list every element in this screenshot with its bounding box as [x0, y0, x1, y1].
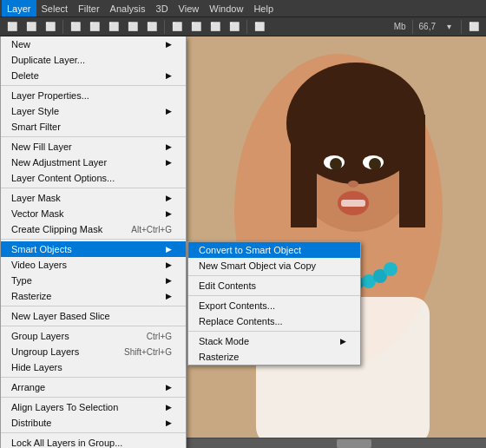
- menu-item-video-layers[interactable]: Video Layers ▶: [1, 257, 186, 273]
- smart-objects-container: Smart Objects ▶ Convert to Smart Object …: [1, 241, 186, 257]
- menu-analysis[interactable]: Analysis: [105, 0, 151, 16]
- svg-point-19: [384, 262, 397, 276]
- menu-view[interactable]: View: [174, 0, 205, 16]
- svg-point-9: [369, 158, 381, 170]
- menu-item-duplicate[interactable]: Duplicate Layer...: [1, 52, 186, 68]
- menu-item-ungroup-layers[interactable]: Ungroup Layers Shift+Ctrl+G: [1, 344, 186, 359]
- submenu-arrow-so: ▶: [166, 245, 172, 254]
- menu-3d[interactable]: 3D: [151, 0, 174, 16]
- toolbar-icon-extra[interactable]: ⬜: [251, 19, 268, 35]
- submenu-arrow-lm: ▶: [166, 194, 172, 202]
- submenu-arrow-type: ▶: [166, 276, 172, 285]
- menu-item-align-layers[interactable]: Align Layers To Selection ▶: [1, 399, 186, 415]
- menu-item-lock-all[interactable]: Lock All Layers in Group...: [1, 435, 186, 448]
- sep-9: [1, 432, 186, 433]
- mb-indicator: Mb: [391, 22, 409, 31]
- toolbar-align-2[interactable]: ⬜: [86, 19, 103, 35]
- menu-window[interactable]: Window: [204, 0, 248, 16]
- submenu-arrow-arrange: ▶: [166, 383, 172, 392]
- smart-objects-submenu: Convert to Smart Object New Smart Object…: [187, 241, 361, 366]
- menu-item-rasterize[interactable]: Rasterize ▶: [1, 288, 186, 304]
- toolbar-dist-3[interactable]: ⬜: [207, 19, 224, 35]
- sep-3: [1, 188, 186, 188]
- scroll-thumb[interactable]: [337, 439, 371, 448]
- menu-item-smart-filter[interactable]: Smart Filter: [1, 119, 186, 135]
- menu-item-new-layer-based-slice[interactable]: New Layer Based Slice: [1, 308, 186, 324]
- view-toggle[interactable]: ⬜: [465, 19, 483, 35]
- toolbar-sep-5: [461, 20, 462, 34]
- svg-rect-5: [399, 115, 425, 227]
- toolbar-sep-1: [62, 20, 63, 34]
- menu-bar: Layer Select Filter Analysis 3D View Win…: [0, 0, 486, 17]
- menu-item-arrange[interactable]: Arrange ▶: [1, 379, 186, 395]
- submenu-item-stack-mode[interactable]: Stack Mode ▶: [188, 333, 360, 349]
- toolbar-icon-2[interactable]: ⬜: [23, 19, 40, 35]
- sep-2: [1, 136, 186, 137]
- svg-point-10: [348, 181, 358, 188]
- toolbar-sep-2: [164, 20, 165, 34]
- submenu-item-new-smart-copy[interactable]: New Smart Object via Copy: [188, 258, 360, 273]
- toolbar-icon-3[interactable]: ⬜: [42, 19, 59, 35]
- menu-item-layer-style[interactable]: Layer Style ▶: [1, 103, 186, 119]
- submenu-item-rasterize[interactable]: Rasterize: [188, 349, 360, 365]
- menu-item-smart-objects[interactable]: Smart Objects ▶: [1, 241, 186, 257]
- submenu-arrow-delete: ▶: [166, 71, 172, 80]
- toolbar-dist-2[interactable]: ⬜: [187, 19, 205, 35]
- toolbar-align-1[interactable]: ⬜: [67, 19, 84, 35]
- menu-layer[interactable]: Layer: [2, 0, 36, 16]
- toolbar-align-5[interactable]: ⬜: [143, 19, 161, 35]
- photo-image: [187, 36, 486, 438]
- menu-item-new[interactable]: New ▶: [1, 36, 186, 52]
- submenu-item-export[interactable]: Export Contents...: [188, 298, 360, 313]
- zoom-dropdown[interactable]: ▾: [440, 19, 457, 35]
- submenu-arrow-rast: ▶: [166, 292, 172, 300]
- submenu-arrow-adj: ▶: [166, 158, 172, 167]
- submenu-arrow-dist: ▶: [166, 418, 172, 427]
- toolbar-sep-4: [412, 20, 413, 34]
- toolbar-dist-1[interactable]: ⬜: [168, 19, 186, 35]
- menu-help[interactable]: Help: [248, 0, 279, 16]
- horizontal-scrollbar[interactable]: [187, 438, 486, 448]
- toolbar-align-4[interactable]: ⬜: [124, 19, 141, 35]
- zoom-level: 66,7: [417, 22, 438, 31]
- svg-point-8: [330, 158, 342, 170]
- submenu-arrow-fill: ▶: [166, 142, 172, 151]
- menu-item-delete[interactable]: Delete ▶: [1, 68, 186, 83]
- sub-sep-3: [188, 331, 360, 332]
- submenu-item-convert[interactable]: Convert to Smart Object: [188, 242, 360, 258]
- sep-8: [1, 397, 186, 398]
- submenu-item-edit-contents[interactable]: Edit Contents: [188, 278, 360, 293]
- sep-5: [1, 306, 186, 306]
- submenu-item-replace[interactable]: Replace Contents...: [188, 313, 360, 329]
- sub-sep-2: [188, 295, 360, 296]
- menu-item-distribute[interactable]: Distribute ▶: [1, 415, 186, 431]
- submenu-arrow-align: ▶: [166, 403, 172, 412]
- menu-item-new-adjustment[interactable]: New Adjustment Layer ▶: [1, 155, 186, 170]
- toolbar-dist-4[interactable]: ⬜: [226, 19, 243, 35]
- sep-4: [1, 239, 186, 240]
- menu-item-layer-props[interactable]: Layer Properties...: [1, 88, 186, 103]
- menu-item-new-fill[interactable]: New Fill Layer ▶: [1, 139, 186, 155]
- submenu-arrow-style: ▶: [166, 107, 172, 115]
- menu-item-layer-content[interactable]: Layer Content Options...: [1, 170, 186, 186]
- sep-6: [1, 326, 186, 326]
- svg-rect-4: [291, 123, 317, 227]
- stack-mode-arrow: ▶: [340, 337, 346, 346]
- menu-item-vector-mask[interactable]: Vector Mask ▶: [1, 206, 186, 221]
- menu-item-layer-mask[interactable]: Layer Mask ▶: [1, 190, 186, 206]
- toolbar-sep-3: [246, 20, 247, 34]
- canvas-area: [187, 36, 486, 438]
- menu-item-group-layers[interactable]: Group Layers Ctrl+G: [1, 328, 186, 344]
- toolbar-align-3[interactable]: ⬜: [105, 19, 122, 35]
- menu-select[interactable]: Select: [36, 0, 74, 16]
- menu-filter[interactable]: Filter: [73, 0, 104, 16]
- svg-rect-12: [341, 200, 365, 207]
- content-area: New ▶ Duplicate Layer... Delete ▶ Layer …: [0, 36, 486, 448]
- menu-item-clipping-mask[interactable]: Create Clipping Mask Alt+Ctrl+G: [1, 221, 186, 237]
- menu-item-type[interactable]: Type ▶: [1, 273, 186, 288]
- menu-item-hide-layers[interactable]: Hide Layers: [1, 359, 186, 375]
- submenu-arrow-vl: ▶: [166, 260, 172, 269]
- sep-1: [1, 85, 186, 86]
- layer-dropdown-menu: New ▶ Duplicate Layer... Delete ▶ Layer …: [0, 36, 187, 448]
- toolbar-icon-1[interactable]: ⬜: [3, 19, 21, 35]
